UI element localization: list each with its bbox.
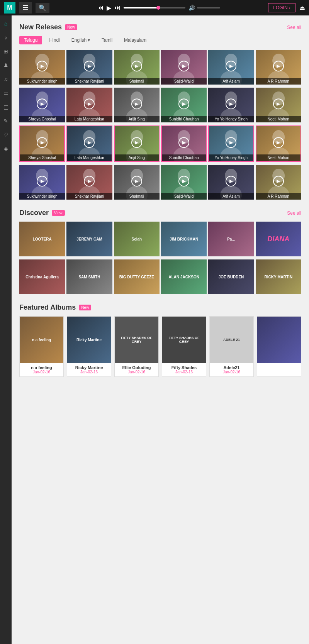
album-diana[interactable]: DIANA	[256, 222, 301, 256]
artist-name: Shreya Ghoshal	[20, 154, 64, 161]
artist-yoyo-1[interactable]: ▶ Yo Yo Honey Singh	[208, 88, 254, 122]
album-geeze[interactable]: BIG DUTTY GEEZE	[114, 259, 160, 294]
main-content: New Releses New See all Telugu Hindi Eng…	[12, 15, 309, 644]
signout-icon[interactable]: ⏏	[299, 4, 305, 12]
artist-sajid-1[interactable]: ▶ Sajid-Wajid	[161, 50, 207, 85]
featured-album-cover-label: FIFTY SHADES OF GREY	[116, 336, 157, 344]
tab-tamil[interactable]: Tamil	[97, 36, 117, 44]
tab-hindi[interactable]: Hindi	[44, 36, 64, 44]
next-button[interactable]: ⏭	[114, 4, 121, 11]
discover-header: Discover View See all	[19, 209, 301, 217]
header: M ☰ 🔍 ⏮ ▶ ⏭ 🔊 LOGIN › ⏏	[0, 0, 309, 15]
artist-neeti-2[interactable]: ▶ Neeti Mohan	[256, 125, 301, 162]
featured-card-6[interactable]	[257, 316, 301, 377]
featured-card-2[interactable]: Ricky Martine Ricky Martine Jan-02-16	[67, 316, 111, 377]
artist-yoyo-2[interactable]: ▶ Yo Yo Honey Singh	[208, 125, 254, 162]
view-badge: View	[52, 210, 65, 216]
menu-button[interactable]: ☰	[19, 2, 32, 14]
artist-shekhar-2[interactable]: ▶ Shekhar Ravjiani	[66, 165, 112, 200]
new-releases-see-all[interactable]: See all	[287, 25, 301, 30]
play-icon: ▶	[37, 98, 48, 109]
login-button[interactable]: LOGIN ›	[268, 3, 295, 12]
volume-bar[interactable]	[197, 7, 220, 8]
progress-bar[interactable]	[124, 7, 185, 8]
artist-lata-1[interactable]: ▶ Lata Mangeshkar	[66, 88, 112, 122]
tab-english[interactable]: English ▾	[67, 36, 95, 44]
discover-grid-row1: LOOTERA JEREMY CAM Selah JIM BRICKMAN	[19, 222, 301, 256]
artist-shreya-2[interactable]: ▶ Shreya Ghoshal	[19, 125, 65, 162]
sidebar-item-grid[interactable]: ⊞	[2, 47, 10, 56]
album-brickman[interactable]: JIM BRICKMAN	[161, 222, 207, 256]
album-smith[interactable]: SAM SMITH	[66, 259, 112, 294]
tab-telugu[interactable]: Telugu	[19, 36, 42, 44]
album-title: Selah	[131, 237, 142, 241]
sidebar-item-heart[interactable]: ♡	[2, 130, 10, 139]
artist-atif-1[interactable]: ▶ Atif Aslam	[208, 50, 254, 85]
featured-title: Featured Albums	[19, 303, 76, 312]
artist-shalmali-1[interactable]: ▶ Shalmali	[114, 50, 160, 85]
sidebar-item-pin[interactable]: ◈	[2, 144, 10, 153]
artist-atif-2[interactable]: ▶ Atif Aslam	[208, 165, 254, 200]
artist-lata-2[interactable]: ▶ Lata Mangeshkar	[66, 125, 112, 162]
featured-card-3[interactable]: FIFTY SHADES OF GREY Ellie Goluding Jan-…	[114, 316, 159, 377]
artist-shekhar-1[interactable]: ▶ Shekhar Ravjiani	[66, 50, 112, 85]
sidebar-item-home[interactable]: ⌂	[2, 19, 10, 28]
artist-arijit-2[interactable]: ▶ Arijit Sing	[114, 125, 160, 162]
featured-card-date: Jan-02-16	[165, 370, 204, 374]
search-button[interactable]: 🔍	[36, 3, 49, 13]
album-selah[interactable]: Selah	[114, 222, 160, 256]
album-pa[interactable]: Pa...	[208, 222, 254, 256]
album-jeremy[interactable]: JEREMY CAM	[66, 222, 112, 256]
artist-name: Sajid-Wajid	[161, 193, 207, 200]
album-jackson[interactable]: ALAN JACKSON	[161, 259, 207, 294]
featured-card-5[interactable]: ADELE 21 Adele21 Jan-02-16	[209, 316, 254, 377]
featured-album-cover-label: n a feeling	[32, 338, 51, 342]
tab-malayalam[interactable]: Malayalam	[119, 36, 151, 44]
album-lootera[interactable]: LOOTERA	[19, 222, 65, 256]
play-button[interactable]: ▶	[107, 4, 111, 12]
featured-card-4[interactable]: FIFTY SHADES OF GREY Fifty Shades Jan-02…	[162, 316, 206, 377]
play-icon: ▶	[131, 98, 142, 109]
album-christina[interactable]: Christina Aguilera	[19, 259, 65, 294]
discover-title: Discover	[19, 209, 49, 217]
artist-arijit-1[interactable]: ▶ Arijit Sing	[114, 88, 160, 122]
featured-card-date: Jan-02-16	[22, 370, 61, 374]
sidebar-item-edit[interactable]: ✎	[2, 117, 10, 125]
featured-card-1[interactable]: n a feeling n a feeling Jan-02-16	[19, 316, 64, 377]
album-title: ALAN JACKSON	[168, 275, 199, 279]
artist-ar-2[interactable]: ▶ A R Rahman	[256, 165, 301, 200]
artist-name: Shekhar Ravjiani	[66, 78, 112, 85]
play-icon: ▶	[178, 61, 189, 71]
discover-see-all[interactable]: See all	[287, 210, 301, 216]
album-title: RICKY MARTIN	[265, 275, 293, 279]
sidebar-item-book[interactable]: ◫	[2, 103, 10, 111]
artist-sukhwinder-1[interactable]: ▶ Sukhwinder singh	[19, 50, 65, 85]
sidebar-item-music[interactable]: ♪	[2, 33, 10, 42]
play-icon: ▶	[273, 137, 284, 148]
play-icon: ▶	[226, 61, 236, 71]
artist-name: Arijit Sing	[115, 154, 159, 161]
sidebar-item-user[interactable]: ♟	[2, 61, 10, 69]
artist-ar-1[interactable]: ▶ A R Rahman	[256, 50, 301, 85]
artist-shreya-1[interactable]: ▶ Shreya Ghoshal	[19, 88, 65, 122]
discover-grid-row2: Christina Aguilera SAM SMITH BIG DUTTY G…	[19, 259, 301, 294]
prev-button[interactable]: ⏮	[97, 4, 104, 11]
artist-sunidhi-2[interactable]: ▶ Sunidhi Chauhan	[161, 125, 207, 162]
featured-card-title: Ricky Martine	[70, 365, 109, 370]
artist-sunidhi-1[interactable]: ▶ Sunidhi Chauhan	[161, 88, 207, 122]
artist-sukhwinder-2[interactable]: ▶ Sukhwinder singh	[19, 165, 65, 200]
play-icon: ▶	[226, 176, 236, 186]
new-releases-title: New Releses	[19, 23, 62, 31]
play-icon: ▶	[226, 137, 236, 148]
sidebar-item-list[interactable]: ▭	[2, 89, 10, 97]
artist-shalmali-2[interactable]: ▶ Shalmali	[114, 165, 160, 200]
album-ricky[interactable]: RICKY MARTIN	[256, 259, 301, 294]
play-icon: ▶	[84, 176, 95, 186]
artist-sajid-2[interactable]: ▶ Sajid-Wajid	[161, 165, 207, 200]
sidebar-item-note[interactable]: ♫	[2, 75, 10, 83]
album-joe[interactable]: JOE BUDDEN	[208, 259, 254, 294]
artist-name: Sajid-Wajid	[161, 78, 207, 85]
play-icon: ▶	[273, 176, 284, 186]
artist-neeti-1[interactable]: ▶ Neeti Mohan	[256, 88, 301, 122]
play-icon: ▶	[178, 137, 189, 148]
